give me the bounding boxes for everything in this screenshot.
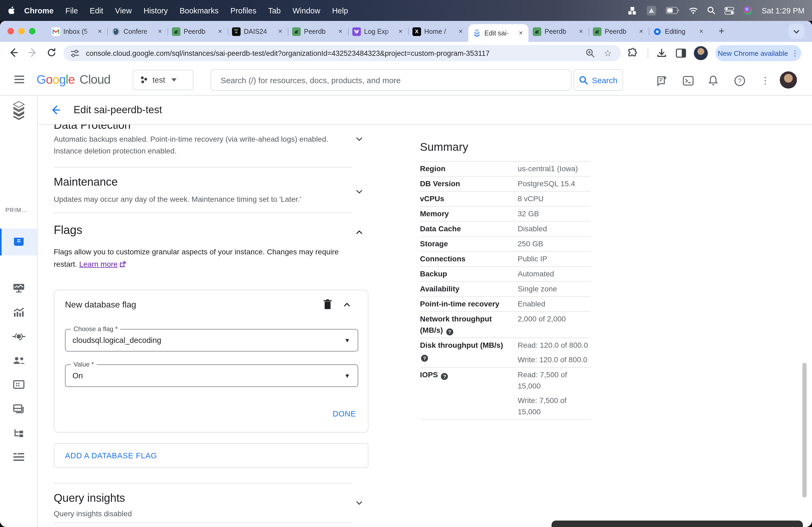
sidebar-item-operations[interactable]	[0, 445, 37, 469]
gcp-search-button[interactable]: Search	[574, 69, 623, 91]
choose-flag-select[interactable]: Choose a flag * cloudsql.logical_decodin…	[65, 329, 358, 351]
back-arrow-button[interactable]	[49, 104, 61, 116]
help-icon[interactable]: ?	[446, 328, 453, 335]
menu-profiles[interactable]: Profiles	[230, 6, 257, 15]
cloud-shell-icon[interactable]	[682, 75, 694, 86]
tab-inbox[interactable]: Inbox (5 ✕	[47, 21, 107, 42]
close-tab-icon[interactable]: ✕	[337, 28, 344, 35]
tab-x-home[interactable]: X Home / ✕	[408, 21, 468, 42]
tab-dais24[interactable]: DAIS DAIS24 ✕	[228, 21, 288, 42]
flags-collapse-button[interactable]	[356, 229, 363, 236]
spotlight-icon[interactable]	[707, 6, 715, 15]
traffic-zoom-button[interactable]	[29, 28, 35, 34]
account-avatar[interactable]	[780, 71, 797, 89]
back-button[interactable]	[8, 47, 19, 59]
tab-edit-instance-active[interactable]: Edit sai- ✕	[468, 24, 528, 42]
bookmark-star-icon[interactable]: ☆	[604, 48, 612, 59]
hamburger-menu-icon[interactable]	[14, 75, 25, 84]
menu-app-extra-icon[interactable]	[646, 5, 657, 16]
google-cloud-logo[interactable]: Google Cloud	[37, 73, 110, 87]
close-tab-icon[interactable]: ✕	[518, 30, 524, 36]
gcp-search-field[interactable]	[211, 69, 571, 91]
menu-history[interactable]: History	[144, 6, 168, 15]
overflow-menu-icon[interactable]: ⋮	[759, 75, 771, 86]
content-scroll-area[interactable]: Data Protection Automatic backups enable…	[38, 124, 812, 527]
data-protection-expand-button[interactable]	[356, 135, 363, 143]
maintenance-expand-button[interactable]	[356, 188, 363, 195]
more-menu-icon[interactable]: ⋮	[791, 49, 799, 57]
menu-window[interactable]: Window	[293, 6, 320, 15]
vertical-scrollbar[interactable]	[802, 363, 807, 497]
stage-manager-icon[interactable]	[628, 6, 637, 15]
menu-clock[interactable]: Sat 1:29 PM	[762, 6, 804, 15]
url-input[interactable]	[85, 48, 549, 58]
flag-value-select[interactable]: Value * On ▼	[65, 364, 358, 387]
extensions-icon[interactable]	[627, 48, 638, 59]
apple-icon[interactable]	[8, 6, 15, 15]
sidebar-item-connections[interactable]	[0, 324, 37, 348]
help-icon[interactable]: ?	[421, 355, 428, 362]
tab-peerdb-2[interactable]: Peerdb ✕	[288, 21, 348, 42]
tab-conference[interactable]: Confere ✕	[107, 21, 168, 42]
forward-button[interactable]	[27, 47, 39, 59]
zoom-page-icon[interactable]	[585, 48, 595, 58]
omnibox[interactable]: ☆	[63, 45, 621, 61]
query-insights-expand-button[interactable]	[356, 499, 363, 507]
notifications-bell-icon[interactable]	[707, 75, 719, 86]
close-tab-icon[interactable]: ✕	[638, 28, 644, 35]
traffic-close-button[interactable]	[8, 28, 14, 34]
site-settings-icon[interactable]	[70, 48, 79, 58]
close-tab-icon[interactable]: ✕	[217, 28, 223, 35]
control-center-icon[interactable]	[724, 7, 734, 14]
menu-view[interactable]: View	[115, 6, 132, 15]
sidebar-item-backups[interactable]	[0, 396, 37, 421]
sidebar-item-databases[interactable]	[0, 373, 37, 396]
chrome-update-pill[interactable]: New Chrome available ⋮	[715, 45, 801, 61]
add-database-flag-button[interactable]: ADD A DATABASE FLAG	[54, 443, 368, 468]
gcp-header: Google Cloud test Search ? ⋮	[0, 64, 812, 95]
menu-app-name[interactable]: Chrome	[24, 6, 54, 15]
close-tab-icon[interactable]: ✕	[578, 28, 584, 35]
reload-button[interactable]	[46, 47, 57, 58]
flag-card-collapse-button[interactable]	[343, 301, 351, 308]
browser-profile-avatar[interactable]	[694, 46, 708, 60]
new-tab-button[interactable]: +	[719, 25, 724, 37]
sidebar-item-query-insights[interactable]	[0, 300, 37, 324]
menu-edit[interactable]: Edit	[90, 6, 103, 15]
tab-peerdb-1[interactable]: Peerdb ✕	[168, 21, 228, 42]
tab-peerdb-3[interactable]: Peerdb ✕	[528, 21, 589, 42]
battery-icon[interactable]	[666, 7, 679, 14]
menu-file[interactable]: File	[66, 6, 78, 15]
side-panel-icon[interactable]	[676, 48, 686, 59]
menu-help[interactable]: Help	[332, 6, 348, 15]
menu-tab[interactable]: Tab	[268, 6, 281, 15]
help-icon[interactable]: ?	[734, 75, 745, 86]
menu-bookmarks[interactable]: Bookmarks	[180, 6, 219, 15]
learn-more-link[interactable]: Learn more	[79, 260, 118, 268]
close-tab-icon[interactable]: ✕	[277, 28, 284, 35]
traffic-minimize-button[interactable]	[18, 28, 25, 34]
delete-flag-button[interactable]	[323, 299, 332, 310]
gcp-search-input[interactable]	[220, 75, 562, 85]
tab-editing[interactable]: Editing ✕	[649, 21, 709, 42]
sidebar-item-replicas[interactable]	[0, 421, 37, 445]
close-tab-icon[interactable]: ✕	[397, 28, 404, 35]
tab-peerdb-4[interactable]: Peerdb ✕	[589, 21, 649, 42]
close-tab-icon[interactable]: ✕	[157, 28, 163, 35]
project-picker[interactable]: test	[133, 70, 193, 90]
tab-log-explorer[interactable]: Log Exp ✕	[348, 21, 408, 42]
close-tab-icon[interactable]: ✕	[457, 28, 464, 35]
tab-search-button[interactable]	[788, 24, 804, 39]
download-icon[interactable]	[656, 48, 667, 59]
sidebar-item-users[interactable]	[0, 348, 37, 373]
siri-icon[interactable]	[743, 6, 752, 15]
close-tab-icon[interactable]: ✕	[97, 28, 103, 35]
wifi-icon[interactable]	[688, 7, 698, 14]
done-button[interactable]: DONE	[333, 409, 356, 418]
gemini-assist-icon[interactable]	[656, 75, 668, 86]
sidebar-item-overview[interactable]	[0, 229, 37, 255]
help-icon[interactable]: ?	[441, 373, 448, 380]
close-tab-icon[interactable]: ✕	[698, 28, 705, 35]
toolbar-separator	[648, 48, 648, 59]
sidebar-item-system-insights[interactable]	[0, 276, 37, 300]
